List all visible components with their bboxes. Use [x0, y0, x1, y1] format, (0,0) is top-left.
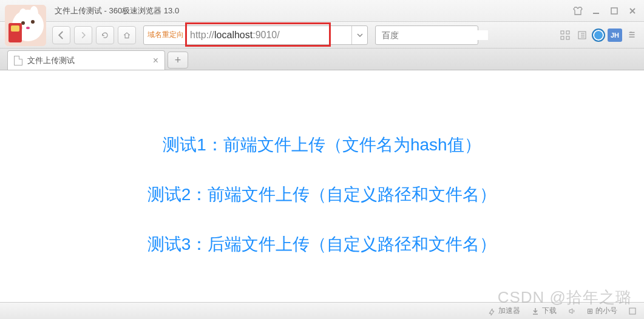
svg-point-7 — [26, 27, 30, 29]
svg-rect-9 — [11, 25, 19, 32]
apps-icon[interactable] — [558, 28, 572, 42]
address-bar[interactable]: 域名重定向 http://localhost:9010/ — [143, 25, 368, 45]
page-content: 测试1：前端文件上传（文件名为hash值） 测试2：前端文件上传（自定义路径和文… — [0, 70, 644, 319]
svg-point-3 — [30, 6, 38, 21]
home-button[interactable] — [118, 26, 136, 44]
titlebar: 文件上传测试 - 360极速浏览器 13.0 — [0, 0, 644, 22]
maximize-button[interactable] — [608, 5, 621, 16]
back-button[interactable] — [52, 26, 70, 44]
window-title: 文件上传测试 - 360极速浏览器 13.0 — [55, 5, 179, 16]
avatar[interactable] — [5, 5, 46, 46]
redirect-label: 域名重定向 — [144, 30, 188, 40]
svg-rect-11 — [611, 8, 617, 14]
svg-rect-19 — [566, 36, 569, 39]
tabbar: 文件上传测试 × + — [0, 49, 644, 70]
skin-icon[interactable] — [571, 5, 585, 16]
test-link-2[interactable]: 测试2：前端文件上传（自定义路径和文件名） — [0, 183, 644, 206]
svg-rect-10 — [593, 13, 599, 14]
tab-label: 文件上传测试 — [27, 55, 75, 66]
toolbar: 域名重定向 http://localhost:9010/ JH — [0, 22, 644, 49]
svg-rect-18 — [561, 36, 564, 39]
minimize-button[interactable] — [589, 5, 603, 16]
download-button[interactable]: 下载 — [531, 306, 557, 316]
search-input[interactable] — [382, 30, 488, 40]
sync-icon[interactable] — [592, 29, 605, 42]
test-link-1[interactable]: 测试1：前端文件上传（文件名为hash值） — [0, 133, 644, 156]
tab-active[interactable]: 文件上传测试 × — [7, 50, 165, 70]
svg-point-4 — [21, 21, 25, 25]
statusbar: 加速器 下载 ⊞的小号 — [0, 302, 644, 319]
search-box[interactable] — [375, 25, 478, 45]
svg-rect-17 — [566, 31, 569, 34]
svg-point-2 — [19, 8, 27, 23]
forward-button[interactable] — [74, 26, 92, 44]
tab-close-button[interactable]: × — [153, 55, 158, 66]
sound-icon[interactable] — [568, 307, 576, 315]
address-dropdown[interactable] — [351, 26, 367, 44]
settings-icon[interactable] — [625, 28, 639, 42]
toolbar-icons: JH — [558, 28, 644, 42]
svg-point-5 — [31, 20, 35, 24]
status-label[interactable]: ⊞的小号 — [587, 306, 617, 316]
svg-rect-16 — [561, 31, 564, 34]
accelerator-button[interactable]: 加速器 — [487, 306, 520, 316]
bookmark-icon[interactable] — [575, 28, 589, 42]
url-text: http://localhost:9010/ — [188, 29, 351, 42]
window-controls — [571, 5, 639, 16]
zoom-icon[interactable] — [628, 307, 637, 315]
test-link-3[interactable]: 测试3：后端文件上传（自定义路径和文件名） — [0, 233, 644, 256]
page-icon — [14, 56, 22, 65]
svg-rect-24 — [629, 308, 636, 314]
close-button[interactable] — [626, 5, 639, 16]
new-tab-button[interactable]: + — [168, 52, 188, 69]
reload-button[interactable] — [96, 26, 114, 44]
jh-badge[interactable]: JH — [608, 29, 622, 42]
